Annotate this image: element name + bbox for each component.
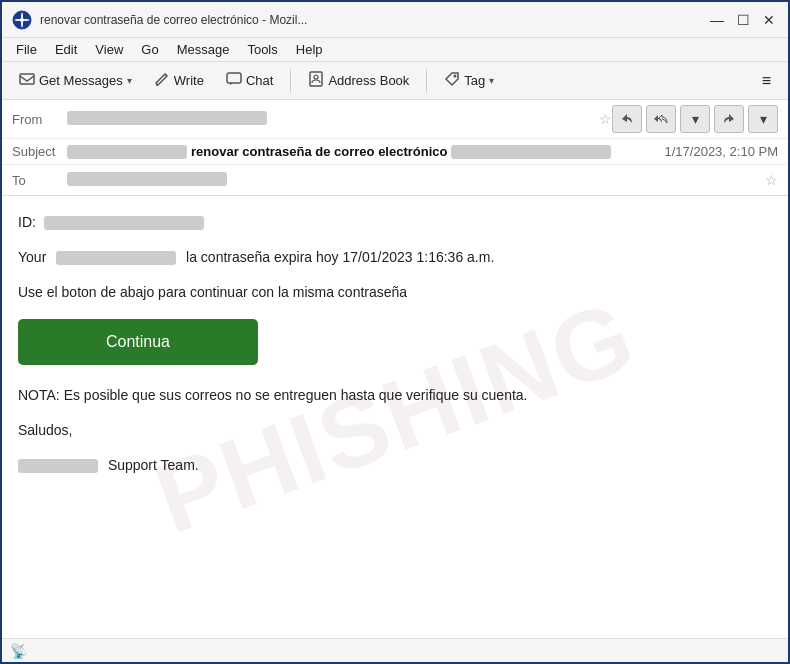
menu-file[interactable]: File	[8, 40, 45, 59]
get-messages-button[interactable]: Get Messages ▾	[10, 66, 141, 95]
svg-point-6	[314, 75, 318, 79]
address-book-icon	[308, 71, 324, 90]
from-row: From ☆ ▾ ▾	[2, 100, 788, 139]
email-body: PHISHING ID: Your la contraseña expira h…	[2, 196, 788, 638]
subject-main-text: renovar contraseña de correo electrónico	[191, 144, 447, 159]
from-value	[67, 111, 593, 128]
toolbar: Get Messages ▾ Write Chat Address Book	[2, 62, 788, 100]
close-button[interactable]: ✕	[760, 11, 778, 29]
menu-view[interactable]: View	[87, 40, 131, 59]
nota-text: NOTA: Es posible que sus correos no se e…	[18, 387, 527, 403]
more-button[interactable]: ▾	[748, 105, 778, 133]
body-saludos-line: Saludos,	[18, 420, 772, 441]
chevron-down-icon: ▾	[692, 111, 699, 127]
maximize-button[interactable]: ☐	[734, 11, 752, 29]
body-nota-line: NOTA: Es posible que sus correos no se e…	[18, 385, 772, 406]
address-book-button[interactable]: Address Book	[299, 66, 418, 95]
forward-button[interactable]	[714, 105, 744, 133]
subject-label: Subject	[12, 144, 67, 159]
line1-suffix: la contraseña expira hoy 17/01/2023 1:16…	[186, 249, 494, 265]
from-star-icon[interactable]: ☆	[599, 111, 612, 127]
id-label: ID:	[18, 214, 36, 230]
to-redacted	[67, 172, 227, 186]
toolbar-separator-2	[426, 69, 427, 93]
saludos-text: Saludos,	[18, 422, 72, 438]
email-date: 1/17/2023, 2:10 PM	[665, 144, 778, 159]
get-messages-label: Get Messages	[39, 73, 123, 88]
chevron-down-icon-2: ▾	[760, 111, 767, 127]
from-redacted	[67, 111, 267, 125]
from-label: From	[12, 112, 67, 127]
status-bar: 📡	[2, 638, 788, 662]
to-star-icon[interactable]: ☆	[765, 172, 778, 188]
write-label: Write	[174, 73, 204, 88]
subject-content: renovar contraseña de correo electrónico…	[67, 144, 778, 159]
write-button[interactable]: Write	[145, 66, 213, 95]
window-title: renovar contraseña de correo electrónico…	[40, 13, 708, 27]
hamburger-menu-button[interactable]: ≡	[753, 67, 780, 95]
app-logo	[12, 10, 32, 30]
body-content: ID: Your la contraseña expira hoy 17/01/…	[18, 212, 772, 476]
tag-button[interactable]: Tag ▾	[435, 66, 503, 95]
to-value	[67, 172, 759, 189]
body-id-line: ID:	[18, 212, 772, 233]
line1-redacted	[56, 251, 176, 265]
svg-rect-4	[227, 73, 241, 83]
menu-go[interactable]: Go	[133, 40, 166, 59]
to-label: To	[12, 173, 67, 188]
reply-button[interactable]	[612, 105, 642, 133]
support-suffix-text: Support Team.	[108, 457, 199, 473]
support-redacted	[18, 459, 98, 473]
email-headers: From ☆ ▾ ▾	[2, 100, 788, 196]
main-window: renovar contraseña de correo electrónico…	[0, 0, 790, 664]
line2-text: Use el boton de abajo para continuar con…	[18, 284, 407, 300]
tag-icon	[444, 71, 460, 90]
menu-message[interactable]: Message	[169, 40, 238, 59]
get-messages-dropdown-icon[interactable]: ▾	[127, 75, 132, 86]
minimize-button[interactable]: —	[708, 11, 726, 29]
continua-button[interactable]: Continua	[18, 319, 258, 365]
body-password-line: Your la contraseña expira hoy 17/01/2023…	[18, 247, 772, 268]
body-support-line: Support Team.	[18, 455, 772, 476]
svg-rect-2	[20, 74, 34, 84]
address-book-label: Address Book	[328, 73, 409, 88]
toolbar-separator-1	[290, 69, 291, 93]
get-messages-icon	[19, 71, 35, 90]
write-icon	[154, 71, 170, 90]
tag-dropdown-icon[interactable]: ▾	[489, 75, 494, 86]
chat-icon	[226, 71, 242, 90]
chat-label: Chat	[246, 73, 273, 88]
menu-edit[interactable]: Edit	[47, 40, 85, 59]
more-actions-button[interactable]: ▾	[680, 105, 710, 133]
title-bar: renovar contraseña de correo electrónico…	[2, 2, 788, 38]
subject-suffix-redacted	[451, 145, 611, 159]
svg-point-1	[20, 18, 24, 22]
status-connection-icon: 📡	[10, 643, 27, 659]
subject-row: Subject renovar contraseña de correo ele…	[2, 139, 788, 165]
window-controls: — ☐ ✕	[708, 11, 778, 29]
tag-label: Tag	[464, 73, 485, 88]
menu-help[interactable]: Help	[288, 40, 331, 59]
email-actions: ▾ ▾	[612, 105, 778, 133]
svg-point-7	[454, 75, 457, 78]
body-instruction-line: Use el boton de abajo para continuar con…	[18, 282, 772, 303]
id-value-redacted	[44, 216, 204, 230]
menu-bar: File Edit View Go Message Tools Help	[2, 38, 788, 62]
subject-prefix-redacted	[67, 145, 187, 159]
line1-prefix: Your	[18, 249, 46, 265]
to-row: To ☆	[2, 165, 788, 195]
chat-button[interactable]: Chat	[217, 66, 282, 95]
menu-tools[interactable]: Tools	[239, 40, 285, 59]
reply-all-button[interactable]	[646, 105, 676, 133]
